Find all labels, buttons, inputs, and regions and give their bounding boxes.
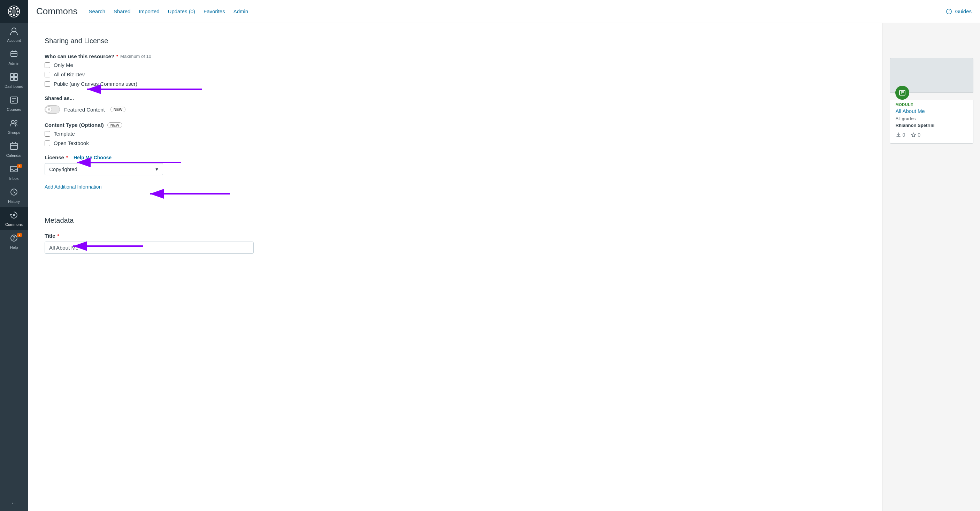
sharing-section-title: Sharing and License <box>45 37 866 45</box>
sidebar-item-admin[interactable]: Admin <box>0 46 28 69</box>
favorite-stat: 0 <box>911 132 920 138</box>
sidebar-item-label: Groups <box>8 131 20 135</box>
sidebar-item-history[interactable]: History <box>0 184 28 207</box>
right-panel: MODULE All About Me All grades Rhiannon … <box>882 23 980 511</box>
topnav-link-updates[interactable]: Updates (0) <box>168 8 195 14</box>
download-icon <box>896 132 901 138</box>
open-textbook-checkbox[interactable] <box>45 140 50 146</box>
topnav-links: Search Shared Imported Updates (0) Favor… <box>89 8 946 14</box>
svg-point-1 <box>11 9 16 14</box>
who-can-use-options: Only Me All of Biz Dev Public (any Canva… <box>45 62 866 87</box>
topnav-link-search[interactable]: Search <box>89 8 105 14</box>
featured-content-toggle-row: ✕ Featured Content NEW <box>45 105 866 114</box>
featured-label: Featured Content <box>64 107 105 113</box>
resource-stats: 0 0 <box>896 132 967 138</box>
sidebar-item-label: Courses <box>7 107 21 111</box>
topnav-link-admin[interactable]: Admin <box>234 8 248 14</box>
svg-rect-18 <box>14 77 18 81</box>
shared-as-label: Shared as... <box>45 95 866 101</box>
svg-rect-17 <box>10 77 14 81</box>
who-can-use-label: Who can use this resource? * Maximum of … <box>45 53 866 59</box>
svg-text:i: i <box>949 10 950 13</box>
template-checkbox[interactable] <box>45 131 50 137</box>
svg-point-4 <box>10 10 11 12</box>
who-checkbox-public[interactable] <box>45 81 50 87</box>
app-logo <box>0 0 28 23</box>
sidebar-item-commons[interactable]: Commons <box>0 207 28 230</box>
star-icon <box>911 132 916 138</box>
content-type-template[interactable]: Template <box>45 131 866 137</box>
sidebar-item-help[interactable]: ? 7 Help <box>0 230 28 253</box>
featured-toggle[interactable]: ✕ <box>45 105 60 114</box>
sidebar-item-label: Inbox <box>10 177 19 181</box>
topnav-link-imported[interactable]: Imported <box>139 8 159 14</box>
content-type-section: Content Type (Optional) NEW Template Ope… <box>45 122 866 146</box>
main-area: Commons Search Shared Imported Updates (… <box>28 0 980 511</box>
collapse-sidebar-button[interactable]: ← <box>0 495 28 511</box>
content-main: Sharing and License Who can use this res… <box>28 23 882 511</box>
toggle-knob: ✕ <box>46 106 52 113</box>
who-checkbox-biz-dev[interactable] <box>45 72 50 77</box>
license-select[interactable]: Copyrighted CC Attribution Public Domain <box>45 163 163 175</box>
svg-point-6 <box>10 8 12 10</box>
topnav-guides[interactable]: i Guides <box>946 8 972 14</box>
favorite-count: 0 <box>918 132 920 138</box>
resource-title-link[interactable]: All About Me <box>896 108 967 114</box>
sidebar-item-label: Commons <box>5 222 23 226</box>
resource-type-icon <box>895 86 909 100</box>
license-select-wrapper: Copyrighted CC Attribution Public Domain… <box>45 163 163 175</box>
metadata-section: Metadata Title * <box>45 216 866 254</box>
svg-point-3 <box>13 14 14 16</box>
groups-icon <box>10 118 19 129</box>
sidebar-item-calendar[interactable]: Calendar <box>0 138 28 161</box>
svg-rect-16 <box>14 73 18 77</box>
content-type-options: Template Open Textbook <box>45 131 866 146</box>
sidebar-item-account[interactable]: Account <box>0 23 28 46</box>
svg-point-2 <box>13 7 14 9</box>
title-field-section: Title * <box>45 233 866 254</box>
svg-point-9 <box>10 13 12 15</box>
svg-point-31 <box>13 214 15 216</box>
download-stat: 0 <box>896 132 905 138</box>
sidebar-item-label: Help <box>10 245 18 250</box>
sidebar-item-courses[interactable]: Courses <box>0 92 28 115</box>
resource-author: Rhiannon Spetrini <box>896 123 967 128</box>
svg-point-8 <box>16 8 18 10</box>
sidebar: Account Admin Dashboard <box>0 0 28 511</box>
content-type-open-textbook[interactable]: Open Textbook <box>45 140 866 146</box>
svg-point-24 <box>15 120 17 123</box>
sidebar-item-label: Account <box>7 38 21 43</box>
topnav-link-favorites[interactable]: Favorites <box>204 8 225 14</box>
who-checkbox-only-me[interactable] <box>45 62 50 68</box>
svg-rect-11 <box>11 52 17 56</box>
sidebar-item-inbox[interactable]: 3 Inbox <box>0 161 28 184</box>
featured-new-badge: NEW <box>110 107 126 112</box>
who-option-only-me[interactable]: Only Me <box>45 62 866 68</box>
content-type-label: Content Type (Optional) NEW <box>45 122 866 128</box>
topnav-link-shared[interactable]: Shared <box>114 8 130 14</box>
who-option-biz-dev[interactable]: All of Biz Dev <box>45 72 866 77</box>
svg-point-23 <box>11 120 14 123</box>
sidebar-item-dashboard[interactable]: Dashboard <box>0 69 28 92</box>
page-title: Commons <box>36 6 77 17</box>
title-input[interactable] <box>45 242 254 254</box>
add-info-link[interactable]: Add Additional Information <box>45 184 102 189</box>
resource-card-container: MODULE All About Me All grades Rhiannon … <box>890 58 974 143</box>
license-label: License * Help Me Choose <box>45 154 866 160</box>
dashboard-icon <box>10 73 19 83</box>
svg-rect-25 <box>10 143 18 150</box>
who-can-use-section: Who can use this resource? * Maximum of … <box>45 53 866 87</box>
sidebar-item-label: Dashboard <box>5 84 23 89</box>
who-option-public[interactable]: Public (any Canvas Commons user) <box>45 81 866 87</box>
svg-marker-48 <box>912 133 916 137</box>
help-me-choose-link[interactable]: Help Me Choose <box>73 155 111 160</box>
calendar-icon <box>10 142 19 152</box>
sidebar-item-label: Admin <box>8 61 19 65</box>
content-type-new-badge: NEW <box>107 123 123 128</box>
sidebar-item-label: Calendar <box>6 153 22 158</box>
svg-point-5 <box>17 10 19 12</box>
sidebar-item-groups[interactable]: Groups <box>0 115 28 138</box>
svg-text:?: ? <box>13 235 16 241</box>
admin-icon <box>10 49 19 60</box>
commons-icon <box>10 210 19 221</box>
